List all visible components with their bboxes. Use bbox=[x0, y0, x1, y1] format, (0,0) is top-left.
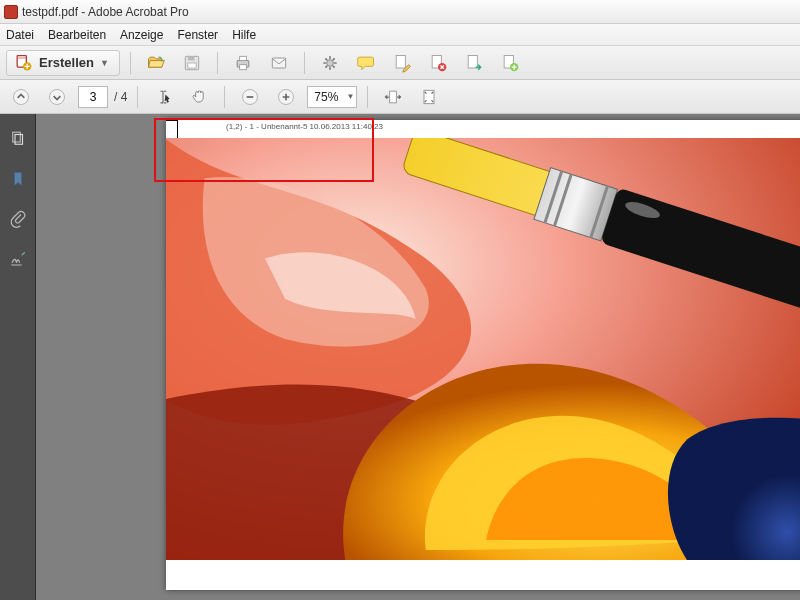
window-title: testpdf.pdf - Adobe Acrobat Pro bbox=[22, 5, 189, 19]
bookmarks-button[interactable] bbox=[7, 168, 29, 190]
svg-point-9 bbox=[327, 59, 334, 66]
paint-illustration bbox=[166, 138, 800, 560]
separator bbox=[130, 52, 131, 74]
svg-point-16 bbox=[14, 89, 29, 104]
save-button[interactable] bbox=[177, 50, 207, 76]
page-header-text: (1,2) - 1 - Unbenannt-5 10.06.2013 11:40… bbox=[226, 122, 383, 136]
app-icon bbox=[4, 5, 18, 19]
gear-icon bbox=[320, 53, 340, 73]
folder-open-icon bbox=[146, 53, 166, 73]
navigation-pane bbox=[0, 114, 36, 600]
svg-rect-4 bbox=[188, 63, 196, 68]
menu-fenster[interactable]: Fenster bbox=[177, 28, 218, 42]
menu-hilfe[interactable]: Hilfe bbox=[232, 28, 256, 42]
zoom-in-button[interactable] bbox=[271, 84, 301, 110]
menubar: Datei Bearbeiten Anzeige Fenster Hilfe bbox=[0, 24, 800, 46]
separator bbox=[137, 86, 138, 108]
toolbar-main: Erstellen ▼ bbox=[0, 46, 800, 80]
svg-point-17 bbox=[50, 89, 65, 104]
zoom-value: 75% bbox=[314, 90, 338, 104]
minus-icon bbox=[240, 87, 260, 107]
printer-icon bbox=[233, 53, 253, 73]
page-image bbox=[166, 138, 800, 560]
svg-rect-22 bbox=[12, 132, 20, 142]
arrow-down-icon bbox=[47, 87, 67, 107]
thumbnails-button[interactable] bbox=[7, 128, 29, 150]
separator bbox=[367, 86, 368, 108]
pdf-page: (1,2) - 1 - Unbenannt-5 10.06.2013 11:40… bbox=[166, 120, 800, 590]
create-label: Erstellen bbox=[39, 55, 94, 70]
create-button[interactable]: Erstellen ▼ bbox=[6, 50, 120, 76]
create-icon bbox=[13, 53, 33, 73]
envelope-icon bbox=[269, 53, 289, 73]
print-button[interactable] bbox=[228, 50, 258, 76]
svg-rect-23 bbox=[15, 135, 23, 145]
page-number-input[interactable] bbox=[78, 86, 108, 108]
page-header: (1,2) - 1 - Unbenannt-5 10.06.2013 11:40… bbox=[166, 122, 800, 136]
speech-bubble-icon bbox=[356, 53, 376, 73]
menu-bearbeiten[interactable]: Bearbeiten bbox=[48, 28, 106, 42]
pages-icon bbox=[9, 130, 27, 148]
edit-page-button[interactable] bbox=[387, 50, 417, 76]
svg-rect-8 bbox=[272, 58, 285, 68]
delete-page-button[interactable] bbox=[423, 50, 453, 76]
floppy-disk-icon bbox=[182, 53, 202, 73]
fit-width-button[interactable] bbox=[378, 84, 408, 110]
fit-page-icon bbox=[419, 87, 439, 107]
dropdown-caret-icon: ▼ bbox=[346, 92, 354, 101]
svg-rect-3 bbox=[188, 56, 195, 60]
select-tool-button[interactable] bbox=[148, 84, 178, 110]
svg-rect-10 bbox=[396, 55, 405, 68]
settings-button[interactable] bbox=[315, 50, 345, 76]
fit-width-icon bbox=[383, 87, 403, 107]
menu-datei[interactable]: Datei bbox=[6, 28, 34, 42]
page-count-label: / 4 bbox=[114, 90, 127, 104]
menu-anzeige[interactable]: Anzeige bbox=[120, 28, 163, 42]
open-button[interactable] bbox=[141, 50, 171, 76]
page-down-button[interactable] bbox=[42, 84, 72, 110]
comment-button[interactable] bbox=[351, 50, 381, 76]
text-cursor-icon bbox=[153, 87, 173, 107]
svg-rect-6 bbox=[240, 56, 247, 60]
zoom-out-button[interactable] bbox=[235, 84, 265, 110]
svg-rect-13 bbox=[468, 55, 477, 68]
paperclip-icon bbox=[9, 210, 27, 228]
separator bbox=[224, 86, 225, 108]
attachments-button[interactable] bbox=[7, 208, 29, 230]
page-arrow-icon bbox=[464, 53, 484, 73]
plus-icon bbox=[276, 87, 296, 107]
content-area: (1,2) - 1 - Unbenannt-5 10.06.2013 11:40… bbox=[0, 114, 800, 600]
separator bbox=[304, 52, 305, 74]
arrow-up-icon bbox=[11, 87, 31, 107]
signature-icon bbox=[9, 250, 27, 268]
separator bbox=[217, 52, 218, 74]
svg-rect-7 bbox=[240, 64, 247, 69]
titlebar: testpdf.pdf - Adobe Acrobat Pro bbox=[0, 0, 800, 24]
hand-tool-button[interactable] bbox=[184, 84, 214, 110]
email-button[interactable] bbox=[264, 50, 294, 76]
bookmark-icon bbox=[9, 170, 27, 188]
page-plus-icon bbox=[500, 53, 520, 73]
extract-page-button[interactable] bbox=[459, 50, 489, 76]
svg-rect-20 bbox=[390, 91, 397, 103]
insert-page-button[interactable] bbox=[495, 50, 525, 76]
toolbar-navigation: / 4 75% ▼ bbox=[0, 80, 800, 114]
hand-icon bbox=[189, 87, 209, 107]
fit-page-button[interactable] bbox=[414, 84, 444, 110]
document-area[interactable]: (1,2) - 1 - Unbenannt-5 10.06.2013 11:40… bbox=[36, 114, 800, 600]
page-pencil-icon bbox=[392, 53, 412, 73]
dropdown-caret-icon: ▼ bbox=[100, 58, 109, 68]
signatures-button[interactable] bbox=[7, 248, 29, 270]
page-up-button[interactable] bbox=[6, 84, 36, 110]
zoom-select[interactable]: 75% ▼ bbox=[307, 86, 357, 108]
page-delete-icon bbox=[428, 53, 448, 73]
